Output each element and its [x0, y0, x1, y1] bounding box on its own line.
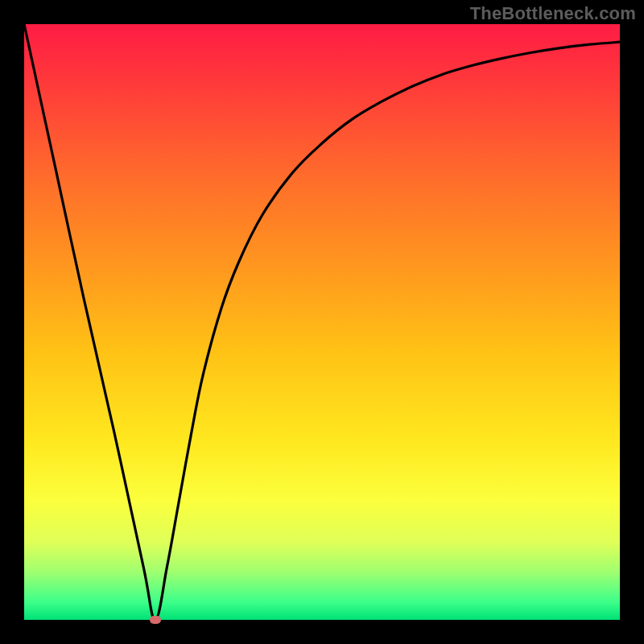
plot-area: [24, 24, 620, 620]
chart-frame: TheBottleneck.com: [0, 0, 644, 644]
curve-svg: [24, 24, 620, 620]
watermark-text: TheBottleneck.com: [470, 3, 636, 24]
optimum-marker: [150, 616, 161, 624]
bottleneck-curve-path: [24, 24, 620, 620]
